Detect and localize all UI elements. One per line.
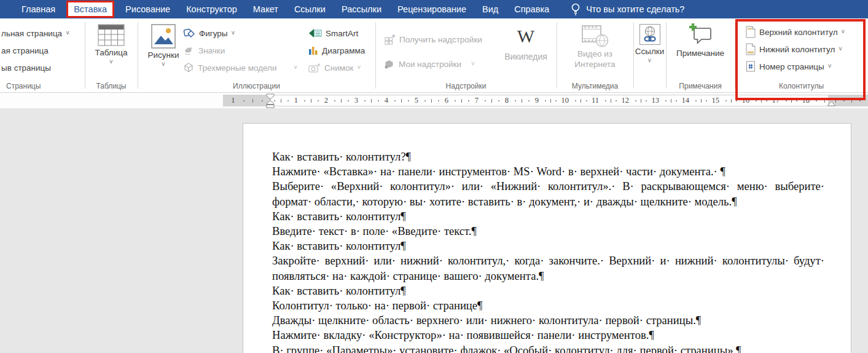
ruler-number: 13 — [651, 97, 659, 105]
shapes-button[interactable]: Фигуры ˅ — [183, 26, 306, 41]
pictures-label: Рисунки — [148, 50, 179, 60]
document-line: Закройте· верхний· или· нижний· колонтит… — [272, 253, 824, 268]
ruler-cm-cell: 14 — [662, 97, 692, 105]
chevron-down-icon: ˅ — [232, 30, 235, 36]
links-label: Ссылки — [635, 47, 665, 56]
cover-page-button[interactable]: льная страница ˅ — [1, 26, 69, 41]
chevron-down-icon: ˅ — [66, 30, 69, 36]
page-number-label: Номер страницы — [759, 62, 824, 71]
get-addins-label: Получить надстройки — [399, 35, 482, 44]
shapes-label: Фигуры — [199, 29, 228, 38]
document-line: Как· вставить· колонтитул¶ — [272, 209, 824, 224]
footer-page-icon — [746, 43, 756, 55]
my-addins-label: Мои надстройки — [399, 60, 461, 69]
chevron-down-icon: ˅ — [294, 65, 297, 71]
chevron-down-icon: ˅ — [471, 61, 475, 67]
online-video-label-line1: Видео из — [577, 49, 612, 58]
tell-me-assistant[interactable]: Что вы хотите сделать? — [571, 2, 684, 16]
comment-button[interactable]: Примечание — [666, 23, 735, 58]
group-links: Ссылки ˅ — [633, 18, 666, 92]
right-indent-marker[interactable] — [827, 101, 836, 106]
ruler-number: 14 — [681, 97, 689, 105]
online-video-icon — [581, 23, 609, 48]
screenshot-label: Снимок — [324, 63, 353, 73]
group-pages: льная страница ˅ ая страница ыв страницы… — [0, 18, 85, 92]
assistant-label: Что вы хотите сделать? — [586, 4, 684, 14]
chart-button[interactable]: Диаграмма — [308, 43, 365, 58]
group-addins: Получить надстройки Мои надстройки ˅ W В… — [375, 18, 557, 92]
tab-design[interactable]: Конструктор — [178, 0, 245, 18]
left-indent-marker[interactable] — [266, 100, 275, 108]
table-icon — [98, 24, 125, 46]
tab-references[interactable]: Ссылки — [286, 0, 334, 18]
ruler-left-margin-segment: 1 — [223, 95, 271, 106]
page-break-button[interactable]: ыв страницы — [1, 60, 51, 75]
links-button[interactable]: Ссылки ˅ — [633, 24, 666, 64]
document-line: Нажмите· вкладку· «Конструктор»· на· поя… — [272, 328, 824, 343]
document-line: В· группе· «Параметры»· установите· флаж… — [272, 343, 824, 353]
tab-home[interactable]: Главная — [14, 0, 63, 18]
document-line: Нажмите· «Вставка»· на· панели· инструме… — [272, 164, 824, 179]
header-label: Верхний колонтитул — [759, 28, 838, 37]
ruler-cm-cell: 17 — [753, 97, 783, 105]
chevron-down-icon: ˅ — [648, 58, 652, 64]
ruler-number: 2 — [324, 97, 328, 105]
tab-help[interactable]: Справка — [506, 0, 557, 18]
horizontal-ruler[interactable]: 1 1 2 3 4 5 — [0, 93, 868, 108]
footer-label: Нижний колонтитул — [759, 45, 835, 54]
ruler-cm-cells: 1 2 3 4 5 6 7 — [271, 97, 813, 105]
ruler-number: 4 — [385, 97, 388, 105]
pictures-button[interactable]: Рисунки ˅ — [145, 24, 182, 68]
blank-page-button[interactable]: ая страница — [1, 43, 49, 58]
tab-review[interactable]: Рецензирование — [389, 0, 474, 18]
document-page[interactable]: Как· вставить· колонтитул?¶Нажмите· «Вст… — [243, 123, 851, 353]
lightbulb-icon — [571, 2, 581, 16]
shapes-icon — [183, 28, 195, 39]
smartart-button[interactable]: SmartArt — [308, 26, 358, 41]
first-line-indent-marker[interactable] — [266, 93, 275, 100]
ruler-cm-cell: 9 — [512, 97, 542, 105]
tab-insert-selected-highlighted[interactable]: Вставка — [66, 1, 114, 18]
document-line: формат· области,· которую· вы· хотите· в… — [272, 194, 824, 209]
tables-group-label: Таблицы — [85, 82, 138, 90]
ruler-number: 18 — [802, 97, 810, 105]
ruler-number: 16 — [741, 97, 749, 105]
group-comments: Примечание Примечания — [666, 18, 735, 92]
wikipedia-label: Википедия — [504, 52, 547, 61]
ruler-number: 8 — [505, 97, 509, 105]
ruler-cm-cell: 6 — [421, 97, 452, 105]
link-globe-icon — [639, 24, 660, 45]
table-label: Таблица — [95, 48, 128, 57]
document-line: Колонтитул· только· на· первой· странице… — [272, 298, 824, 313]
header-page-icon — [746, 26, 756, 38]
ruler-number: 3 — [354, 97, 358, 105]
header-button[interactable]: Верхний колонтитул ˅ — [746, 25, 845, 39]
ruler-cm-cell: 8 — [482, 97, 512, 105]
document-canvas: Как· вставить· колонтитул?¶Нажмите· «Вст… — [0, 108, 868, 353]
tab-layout[interactable]: Макет — [245, 0, 286, 18]
tab-draw[interactable]: Рисование — [117, 0, 178, 18]
get-addins-grid-icon — [384, 34, 396, 45]
chevron-down-icon: ˅ — [109, 59, 113, 65]
get-addins-button-disabled: Получить надстройки — [384, 32, 482, 47]
document-text: Как· вставить· колонтитул?¶Нажмите· «Вст… — [272, 149, 824, 353]
ruler-number: 12 — [621, 97, 629, 105]
chevron-down-icon: ˅ — [828, 63, 832, 69]
ruler-cm-cell: 12 — [602, 97, 632, 105]
ruler-cm-tail — [813, 99, 828, 103]
tab-view[interactable]: Вид — [474, 0, 506, 18]
insert-ribbon: льная страница ˅ ая страница ыв страницы… — [0, 18, 868, 93]
footer-button[interactable]: Нижний колонтитул ˅ — [746, 42, 842, 57]
ruler-number: 17 — [772, 97, 780, 105]
ruler-cm-cell: 13 — [632, 97, 662, 105]
ruler-cm-cell: 18 — [783, 97, 813, 105]
ribbon-tab-bar: Главная Вставка Рисование Конструктор Ма… — [0, 0, 868, 18]
ruler-cm-cell: 5 — [391, 97, 421, 105]
page-break-label: ыв страницы — [1, 63, 51, 73]
wikipedia-w-icon: W — [517, 27, 534, 46]
tab-mailings[interactable]: Рассылки — [334, 0, 389, 18]
page-number-button[interactable]: Номер страницы ˅ — [746, 59, 832, 74]
document-line: Как· вставить· колонтитул¶ — [272, 239, 824, 253]
chevron-down-icon: ˅ — [842, 29, 845, 35]
table-button[interactable]: Таблица ˅ — [85, 24, 138, 65]
